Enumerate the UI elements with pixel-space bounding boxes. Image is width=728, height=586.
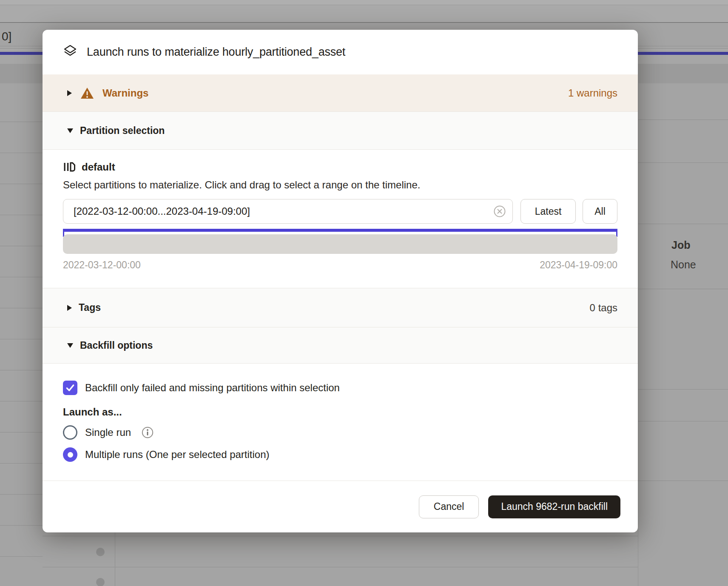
timeline-selection-bar — [63, 229, 617, 232]
latest-button[interactable]: Latest — [520, 199, 576, 224]
circle-x-icon — [493, 205, 506, 218]
background-status-dot — [96, 548, 105, 556]
background-toolbar-band — [0, 6, 728, 23]
launch-backfill-button[interactable]: Launch 9682-run backfill — [488, 495, 620, 518]
timeline-start-label: 2022-03-12-00:00 — [63, 259, 141, 271]
single-run-radio-row[interactable]: Single run — [63, 425, 617, 440]
warnings-label: Warnings — [102, 87, 148, 99]
background-job-column-value: None — [671, 259, 696, 271]
info-icon[interactable] — [141, 426, 154, 439]
multiple-runs-radio-row[interactable]: Multiple runs (One per selected partitio… — [63, 447, 617, 462]
checkbox-checked-icon[interactable] — [63, 381, 77, 395]
backfill-options-header: Backfill options — [80, 340, 153, 351]
warnings-count: 1 warnings — [568, 87, 617, 99]
cancel-button[interactable]: Cancel — [419, 495, 479, 518]
failed-missing-checkbox-row[interactable]: Backfill only failed and missing partiti… — [63, 381, 617, 395]
partition-dimension-name: default — [82, 161, 115, 173]
background-job-column-header: Job — [671, 239, 690, 251]
launch-backfill-dialog: Launch runs to materialize hourly_partit… — [43, 30, 638, 532]
partition-selection-content: default Select partitions to materialize… — [43, 150, 638, 288]
failed-missing-checkbox-label: Backfill only failed and missing partiti… — [85, 382, 340, 394]
warning-triangle-icon — [80, 87, 94, 100]
tags-header: Tags — [79, 302, 101, 313]
launch-as-label: Launch as... — [63, 406, 617, 419]
radio-unselected-icon[interactable] — [63, 425, 77, 440]
single-run-label: Single run — [85, 427, 131, 438]
background-status-dot — [96, 578, 105, 586]
backfill-options-toggle[interactable]: Backfill options — [43, 327, 638, 364]
background-truncated-text: 0] — [2, 30, 11, 43]
multiple-runs-label: Multiple runs (One per selected partitio… — [85, 449, 270, 461]
all-button[interactable]: All — [583, 199, 617, 224]
backfill-options-content: Backfill only failed and missing partiti… — [43, 364, 638, 481]
background-top-band — [0, 0, 728, 5]
radio-selected-icon[interactable] — [63, 447, 77, 462]
dialog-title: Launch runs to materialize hourly_partit… — [87, 46, 345, 59]
partition-range-field — [63, 199, 513, 224]
partition-selection-header: Partition selection — [80, 125, 165, 137]
chevron-down-icon — [67, 128, 73, 133]
partition-set-icon — [63, 161, 76, 174]
tags-section-toggle[interactable]: Tags 0 tags — [43, 288, 638, 327]
partition-timeline — [63, 229, 617, 254]
chevron-right-icon — [67, 305, 72, 311]
partition-selection-description: Select partitions to materialize. Click … — [63, 179, 617, 191]
chevron-down-icon — [67, 343, 73, 348]
partition-selection-toggle[interactable]: Partition selection — [43, 111, 638, 150]
tags-count: 0 tags — [590, 302, 617, 314]
partition-range-input[interactable] — [63, 199, 513, 224]
background-table-rows-left — [0, 91, 43, 586]
chevron-right-icon — [67, 90, 72, 96]
dialog-header: Launch runs to materialize hourly_partit… — [43, 30, 638, 74]
timeline-track[interactable] — [63, 234, 617, 254]
clear-selection-button[interactable] — [493, 205, 506, 218]
dialog-footer: Cancel Launch 9682-run backfill — [43, 481, 638, 532]
background-job-column: Job None — [638, 83, 728, 586]
materialize-layers-icon — [63, 44, 77, 60]
timeline-end-label: 2023-04-19-09:00 — [540, 259, 617, 271]
warnings-section-toggle[interactable]: Warnings 1 warnings — [43, 74, 638, 111]
